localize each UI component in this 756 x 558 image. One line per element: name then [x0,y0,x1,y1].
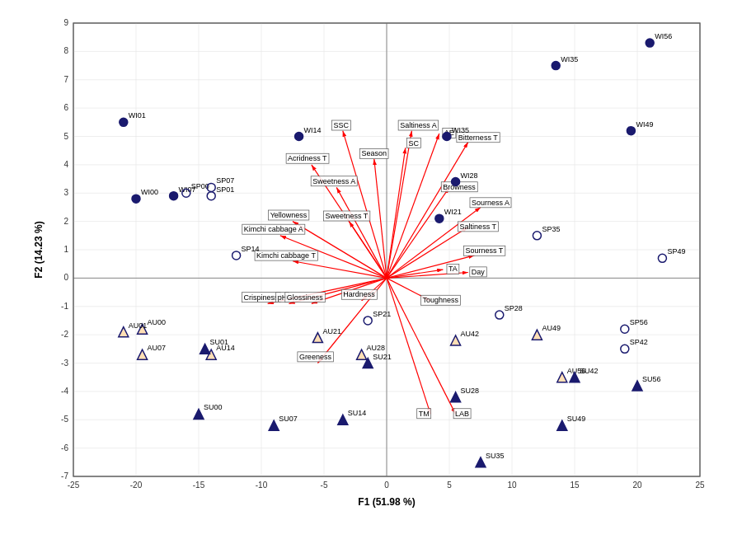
svg-text:TM: TM [418,409,429,417]
svg-text:SU14: SU14 [347,409,366,417]
svg-text:SU56: SU56 [642,375,661,383]
svg-text:0: 0 [63,273,68,282]
svg-text:SU01: SU01 [209,338,228,346]
svg-text:Hardness: Hardness [343,290,375,298]
svg-text:Greeness: Greeness [298,352,331,360]
svg-point-153 [434,214,443,223]
svg-text:WI21: WI21 [444,208,461,216]
svg-text:Toughness: Toughness [422,296,458,304]
svg-text:9: 9 [63,18,68,27]
svg-text:WI35: WI35 [561,54,578,63]
svg-text:2: 2 [63,216,68,225]
svg-text:Bitterness T: Bitterness T [458,133,497,141]
svg-text:15: 15 [570,481,580,490]
svg-text:5: 5 [447,481,452,490]
svg-text:Saltiness A: Saltiness A [400,121,437,129]
plot-area: -25-20-15-10-50510152025-7-6-5-4-3-2-101… [32,15,725,509]
svg-text:F1 (51.98 %): F1 (51.98 %) [358,496,415,508]
svg-text:7: 7 [63,74,68,83]
svg-point-147 [294,132,303,140]
svg-text:Kimchi cabbage T: Kimchi cabbage T [256,251,316,260]
svg-text:-4: -4 [61,386,68,395]
svg-text:-2: -2 [61,330,68,339]
svg-text:Sourness T: Sourness T [465,246,503,255]
svg-point-151 [451,177,459,185]
svg-text:6: 6 [63,103,68,112]
svg-text:Sweetness T: Sweetness T [325,212,368,220]
svg-text:SP49: SP49 [667,247,685,256]
svg-text:10: 10 [507,481,517,490]
svg-text:Saltiness T: Saltiness T [459,222,496,230]
svg-text:SC: SC [408,138,419,147]
svg-text:SP28: SP28 [504,304,522,312]
svg-point-143 [169,191,177,199]
svg-point-155 [552,61,560,69]
svg-text:3: 3 [63,188,68,197]
svg-text:SU35: SU35 [486,451,505,459]
svg-text:-6: -6 [61,443,68,452]
svg-point-149 [442,132,450,140]
svg-text:WI00: WI00 [141,188,158,196]
svg-text:WI35: WI35 [451,125,468,134]
svg-text:5: 5 [63,131,68,140]
svg-text:SU28: SU28 [460,386,479,394]
chart-container: -25-20-15-10-50510152025-7-6-5-4-3-2-101… [16,12,741,547]
svg-text:SP56: SP56 [629,318,647,326]
svg-text:25: 25 [695,481,705,490]
svg-text:Sweetness A: Sweetness A [312,176,355,185]
svg-text:AU00: AU00 [147,318,166,326]
svg-point-157 [627,126,635,134]
svg-text:SP35: SP35 [542,224,560,232]
svg-text:8: 8 [63,46,68,55]
svg-text:SP42: SP42 [629,338,647,346]
svg-text:WI01: WI01 [128,111,145,120]
svg-text:AU49: AU49 [542,324,561,332]
svg-text:SP21: SP21 [373,309,391,317]
svg-text:SP00: SP00 [190,182,209,190]
svg-text:4: 4 [63,159,68,168]
svg-text:Glossiness: Glossiness [286,293,323,301]
svg-text:LAB: LAB [455,409,469,417]
svg-text:1: 1 [63,245,68,254]
svg-text:SU49: SU49 [566,415,585,423]
svg-text:TA: TA [448,265,457,273]
svg-text:-3: -3 [61,358,68,367]
svg-text:Day: Day [471,267,485,275]
svg-text:-5: -5 [61,415,68,424]
svg-text:-7: -7 [61,471,68,481]
biplot-svg: -25-20-15-10-50510152025-7-6-5-4-3-2-101… [32,15,725,509]
svg-text:-5: -5 [320,481,327,490]
svg-text:Acridness T: Acridness T [288,154,327,162]
svg-point-141 [119,118,127,126]
svg-text:WI28: WI28 [460,171,477,179]
svg-text:SSC: SSC [333,121,349,129]
svg-text:F2 (14.23 %): F2 (14.23 %) [33,221,45,278]
svg-text:SU42: SU42 [580,366,599,374]
svg-text:AU28: AU28 [366,344,385,352]
svg-text:-15: -15 [192,481,204,490]
svg-text:Season: Season [361,149,387,157]
svg-text:SU21: SU21 [373,352,392,360]
svg-text:SP14: SP14 [241,244,259,252]
svg-point-145 [132,195,140,203]
svg-text:SU00: SU00 [204,403,223,411]
svg-text:Yellowness: Yellowness [270,211,307,219]
svg-text:-20: -20 [129,481,142,490]
svg-text:20: 20 [632,481,642,490]
svg-text:-10: -10 [255,481,267,490]
svg-text:AU07: AU07 [147,344,166,352]
svg-point-159 [646,39,654,47]
svg-text:-1: -1 [61,301,68,310]
svg-text:Sourness A: Sourness A [471,198,509,206]
svg-text:WI56: WI56 [655,32,672,40]
svg-text:Crispiness: Crispiness [243,293,279,301]
svg-text:SU07: SU07 [279,415,298,423]
svg-text:AU21: AU21 [322,326,341,335]
svg-text:AU01: AU01 [128,321,147,329]
svg-text:SP07: SP07 [216,176,234,185]
svg-text:SP01: SP01 [216,185,234,193]
svg-text:-25: -25 [67,481,79,490]
svg-text:Kimchi cabbage A: Kimchi cabbage A [243,225,303,233]
svg-text:WI49: WI49 [636,120,653,128]
svg-text:AU42: AU42 [460,330,479,338]
